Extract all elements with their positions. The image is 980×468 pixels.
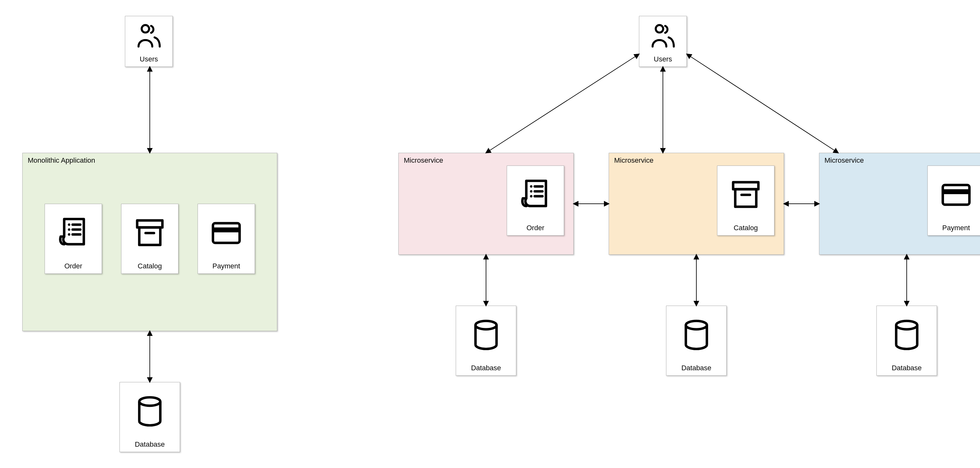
edge-payment-users: [687, 54, 838, 153]
diagram-canvas: Users Monolithic Application Order Catal…: [0, 0, 980, 468]
catalog-label: Catalog: [135, 260, 164, 273]
users-label: Users: [651, 53, 675, 67]
payment-label: Payment: [940, 222, 973, 235]
database-icon: [468, 308, 504, 362]
database-label: Database: [132, 438, 167, 452]
catalog-label: Catalog: [731, 222, 760, 235]
database-icon: [132, 384, 167, 438]
micro-payment-database-node: Database: [877, 306, 937, 376]
users-icon: [649, 18, 677, 53]
monolith-database-node: Database: [119, 382, 180, 452]
microservice-label: Microservice: [614, 156, 653, 165]
payment-icon: [209, 206, 244, 260]
microservice-label: Microservice: [824, 156, 864, 165]
order-label: Order: [524, 222, 547, 235]
users-label: Users: [137, 53, 160, 67]
database-icon: [889, 308, 924, 362]
database-label: Database: [889, 362, 924, 375]
order-icon: [56, 206, 91, 260]
micro-users-node: Users: [639, 16, 687, 67]
micro-order-database-node: Database: [456, 306, 516, 376]
database-label: Database: [679, 362, 714, 375]
payment-label: Payment: [210, 260, 243, 273]
micro-catalog-database-node: Database: [666, 306, 727, 376]
micro-order-node: Order: [507, 165, 564, 236]
monolith-order-node: Order: [45, 204, 102, 274]
payment-icon: [939, 168, 974, 222]
order-icon: [518, 168, 553, 222]
database-icon: [679, 308, 714, 362]
monolith-container-label: Monolithic Application: [28, 156, 95, 165]
monolith-catalog-node: Catalog: [121, 204, 178, 274]
edge-order-users: [486, 54, 639, 153]
micro-catalog-node: Catalog: [717, 165, 775, 236]
microservice-label: Microservice: [404, 156, 443, 165]
monolith-users-node: Users: [125, 16, 173, 67]
database-label: Database: [468, 362, 504, 375]
catalog-icon: [728, 168, 763, 222]
monolith-payment-node: Payment: [197, 204, 255, 274]
catalog-icon: [132, 206, 167, 260]
order-label: Order: [62, 260, 85, 273]
users-icon: [135, 18, 163, 53]
micro-payment-node: Payment: [928, 165, 980, 236]
